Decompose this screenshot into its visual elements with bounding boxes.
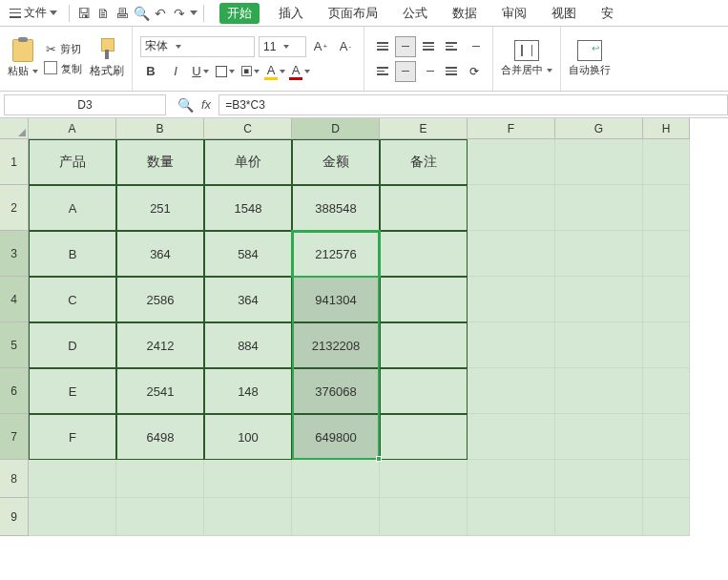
cell-H9[interactable] <box>643 498 690 536</box>
cell-A4[interactable]: C <box>29 277 116 322</box>
cell-B5[interactable]: 2412 <box>116 322 204 368</box>
cell-B8[interactable] <box>116 460 204 498</box>
cell-C5[interactable]: 884 <box>204 322 292 368</box>
align-left-button[interactable] <box>372 61 393 82</box>
cell-A7[interactable]: F <box>29 414 116 460</box>
row-header-1[interactable]: 1 <box>0 139 29 185</box>
cell-E6[interactable] <box>380 368 468 414</box>
row-header-5[interactable]: 5 <box>0 322 29 368</box>
cell-H1[interactable] <box>643 139 690 185</box>
cell-C6[interactable]: 148 <box>204 368 292 414</box>
cell-A5[interactable]: D <box>29 322 116 368</box>
decrease-indent-button[interactable] <box>441 36 462 57</box>
cell-C8[interactable] <box>204 460 292 498</box>
cell-B1[interactable]: 数量 <box>116 139 204 185</box>
underline-button[interactable]: U <box>190 61 211 82</box>
col-header-F[interactable]: F <box>468 118 555 139</box>
merge-button[interactable]: 合并居中 <box>501 63 552 77</box>
cell-E7[interactable] <box>380 414 468 460</box>
file-menu-button[interactable]: 文件 <box>4 2 63 25</box>
cell-D7[interactable]: 649800 <box>292 414 380 460</box>
tab-view[interactable]: 视图 <box>546 3 582 24</box>
cell-G4[interactable] <box>555 277 643 322</box>
row-header-8[interactable]: 8 <box>0 460 29 498</box>
cell-C4[interactable]: 364 <box>204 277 292 322</box>
cell-C3[interactable]: 584 <box>204 231 292 277</box>
align-right-button[interactable] <box>418 61 439 82</box>
cell-C2[interactable]: 1548 <box>204 185 292 231</box>
fill-color-button[interactable]: 🞕 <box>239 61 260 82</box>
cell-D6[interactable]: 376068 <box>292 368 380 414</box>
cell-D8[interactable] <box>292 460 380 498</box>
cell-E5[interactable] <box>380 322 468 368</box>
cell-D3[interactable]: 212576 <box>292 231 380 277</box>
font-size-select[interactable]: 11 <box>259 36 306 57</box>
cell-G1[interactable] <box>555 139 643 185</box>
cell-E9[interactable] <box>380 498 468 536</box>
cell-D2[interactable]: 388548 <box>292 185 380 231</box>
fill-handle[interactable] <box>376 456 382 462</box>
align-top-button[interactable] <box>372 36 393 57</box>
font-name-select[interactable]: 宋体 <box>140 36 255 57</box>
cell-A9[interactable] <box>29 498 116 536</box>
cell-F8[interactable] <box>468 460 555 498</box>
cell-C9[interactable] <box>204 498 292 536</box>
cell-H8[interactable] <box>643 460 690 498</box>
bold-button[interactable]: B <box>140 61 161 82</box>
cell-B7[interactable]: 6498 <box>116 414 204 460</box>
italic-button[interactable]: I <box>165 61 186 82</box>
cell-H5[interactable] <box>643 322 690 368</box>
row-header-6[interactable]: 6 <box>0 368 29 414</box>
wrap-button[interactable]: 自动换行 <box>569 63 611 77</box>
name-box[interactable]: D3 <box>4 94 166 115</box>
undo-icon[interactable]: ↶ <box>152 5 169 22</box>
increase-indent-button[interactable] <box>464 36 485 57</box>
cells-area[interactable]: 产品 数量 单价 金额 备注 A 251 1548 388548 <box>29 139 690 536</box>
cell-E3[interactable] <box>380 231 468 277</box>
cell-F5[interactable] <box>468 322 555 368</box>
cut-button[interactable]: ✂剪切 <box>44 40 84 58</box>
cell-B9[interactable] <box>116 498 204 536</box>
cell-E2[interactable] <box>380 185 468 231</box>
qa-dropdown-icon[interactable] <box>190 10 198 15</box>
row-header-3[interactable]: 3 <box>0 231 29 277</box>
tab-review[interactable]: 审阅 <box>496 3 532 24</box>
print-preview-icon[interactable]: 🔍 <box>133 5 150 22</box>
tab-security[interactable]: 安 <box>595 3 619 24</box>
cell-G8[interactable] <box>555 460 643 498</box>
paste-button[interactable]: 粘贴 <box>8 39 38 78</box>
cell-E1[interactable]: 备注 <box>380 139 468 185</box>
row-header-4[interactable]: 4 <box>0 277 29 322</box>
tab-insert[interactable]: 插入 <box>273 3 309 24</box>
font-color-button[interactable]: A <box>289 61 310 82</box>
cell-G6[interactable] <box>555 368 643 414</box>
col-header-B[interactable]: B <box>116 118 204 139</box>
cell-G7[interactable] <box>555 414 643 460</box>
redo-icon[interactable]: ↷ <box>171 5 188 22</box>
cell-H4[interactable] <box>643 277 690 322</box>
cell-A1[interactable]: 产品 <box>29 139 116 185</box>
save-icon[interactable]: 🖫 <box>75 5 93 22</box>
align-center-button[interactable] <box>395 61 416 82</box>
cell-B6[interactable]: 2541 <box>116 368 204 414</box>
cell-D9[interactable] <box>292 498 380 536</box>
align-bottom-button[interactable] <box>418 36 439 57</box>
cell-F1[interactable] <box>468 139 555 185</box>
tab-layout[interactable]: 页面布局 <box>322 3 384 24</box>
cell-B3[interactable]: 364 <box>116 231 204 277</box>
col-header-H[interactable]: H <box>643 118 690 139</box>
orientation-button[interactable]: ⟳ <box>464 61 485 82</box>
col-header-E[interactable]: E <box>380 118 468 139</box>
cell-A8[interactable] <box>29 460 116 498</box>
cell-A6[interactable]: E <box>29 368 116 414</box>
increase-font-button[interactable]: A+ <box>310 36 331 57</box>
cell-C7[interactable]: 100 <box>204 414 292 460</box>
fx-icon[interactable]: fx <box>201 97 211 112</box>
cell-H3[interactable] <box>643 231 690 277</box>
format-painter-button[interactable]: 格式刷 <box>90 38 124 79</box>
copy-button[interactable]: 复制 <box>44 60 84 78</box>
cell-F9[interactable] <box>468 498 555 536</box>
highlight-button[interactable]: A <box>264 61 285 82</box>
cell-E4[interactable] <box>380 277 468 322</box>
cell-G2[interactable] <box>555 185 643 231</box>
